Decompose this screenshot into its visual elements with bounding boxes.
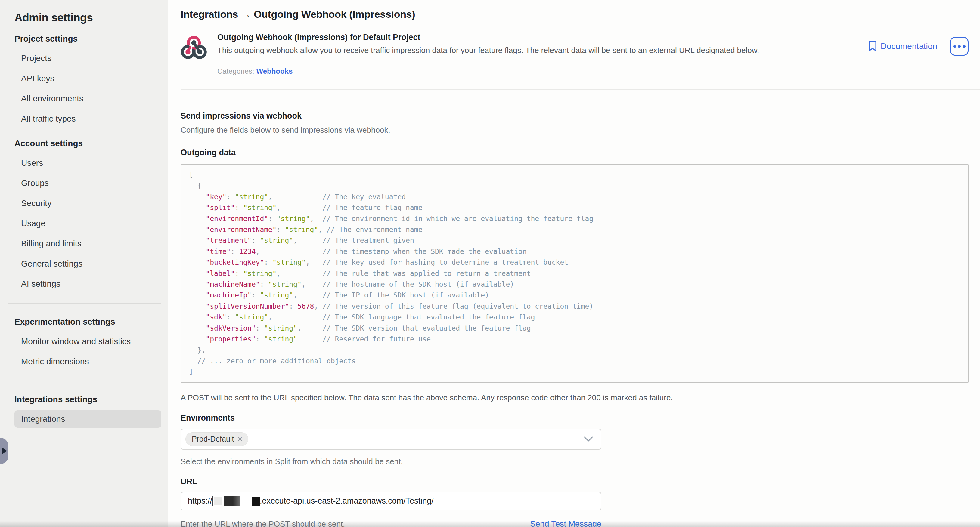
sidebar-header-account-settings: Account settings — [14, 134, 161, 153]
text-cursor — [213, 496, 213, 506]
url-help: Enter the URL where the POST should be s… — [181, 519, 345, 527]
more-actions-button[interactable] — [950, 37, 969, 56]
redaction-block — [224, 496, 240, 506]
url-input[interactable]: https:// .execute-api.us-east-2.amazonaw… — [181, 492, 601, 510]
sidebar-header-experimentation-settings: Experimentation settings — [14, 313, 161, 331]
sidebar-item-projects[interactable]: Projects — [14, 48, 161, 68]
sidebar-item-integrations[interactable]: Integrations — [14, 410, 161, 428]
send-test-message-link[interactable]: Send Test Message — [530, 519, 601, 527]
url-label: URL — [181, 477, 969, 486]
post-note: A POST will be sent to the URL specified… — [181, 393, 969, 402]
remove-tag-icon[interactable]: × — [237, 435, 242, 443]
sidebar-item-all-environments[interactable]: All environments — [14, 89, 161, 109]
bookmark-icon — [868, 41, 877, 52]
redaction-block — [252, 497, 260, 506]
sidebar-section-integrations-settings: Integrations settings Integrations — [14, 390, 161, 428]
chevron-down-icon — [584, 437, 593, 442]
divider — [181, 89, 980, 90]
sidebar-item-all-traffic-types[interactable]: All traffic types — [14, 109, 161, 129]
environment-tag-label: Prod-Default — [192, 435, 234, 443]
webhook-logo-icon — [181, 34, 207, 76]
url-suffix: .execute-api.us-east-2.amazonaws.com/Tes… — [260, 496, 434, 506]
sidebar-item-api-keys[interactable]: API keys — [14, 68, 161, 89]
sidebar-item-users[interactable]: Users — [14, 153, 161, 173]
outgoing-data-label: Outgoing data — [181, 148, 969, 157]
sidebar-section-experimentation-settings: Experimentation settings Monitor window … — [14, 313, 161, 371]
section-title: Send impressions via webhook — [181, 111, 969, 121]
sidebar-header-integrations-settings: Integrations settings — [14, 390, 161, 409]
sidebar-header-project-settings: Project settings — [14, 30, 161, 48]
url-prefix: https:// — [188, 496, 212, 506]
outgoing-data-schema-box: [ { "key": "string", // The key evaluate… — [181, 164, 969, 383]
integration-header-card: Outgoing Webhook (Impressions) for Defau… — [181, 33, 969, 76]
documentation-label: Documentation — [881, 41, 937, 51]
sidebar-item-monitor-window-and-statistics[interactable]: Monitor window and statistics — [14, 331, 161, 351]
environment-tag[interactable]: Prod-Default × — [185, 432, 248, 446]
sidebar-item-ai-settings[interactable]: AI settings — [14, 274, 161, 294]
sidebar-item-usage[interactable]: Usage — [14, 213, 161, 233]
page-title: Integrations → Outgoing Webhook (Impress… — [181, 8, 969, 20]
sidebar-item-billing-and-limits[interactable]: Billing and limits — [14, 233, 161, 254]
chevron-right-icon — [2, 448, 7, 454]
main-content: Integrations → Outgoing Webhook (Impress… — [168, 0, 980, 527]
category-webhooks-link[interactable]: Webhooks — [256, 67, 293, 75]
categories-row: Categories: Webhooks — [217, 67, 759, 76]
section-subtitle: Configure the fields below to send impre… — [181, 125, 969, 135]
environments-select[interactable]: Prod-Default × — [181, 429, 601, 450]
integration-title: Outgoing Webhook (Impressions) for Defau… — [217, 33, 759, 42]
admin-sidebar: Admin settings Project settings Projects… — [0, 0, 168, 527]
sidebar-collapse-handle[interactable] — [0, 438, 8, 464]
sidebar-title: Admin settings — [14, 11, 161, 24]
environments-label: Environments — [181, 413, 969, 422]
ellipsis-icon — [953, 45, 956, 48]
environments-help: Select the environments in Split from wh… — [181, 457, 969, 466]
categories-label: Categories: — [217, 67, 255, 75]
documentation-link[interactable]: Documentation — [868, 41, 937, 52]
sidebar-item-general-settings[interactable]: General settings — [14, 254, 161, 274]
sidebar-divider — [8, 303, 161, 303]
sidebar-item-metric-dimensions[interactable]: Metric dimensions — [14, 351, 161, 371]
redaction-block — [214, 497, 222, 505]
integration-description: This outgoing webhook allow you to recei… — [217, 46, 759, 55]
code-block: [ { "key": "string", // The key evaluate… — [189, 169, 960, 378]
sidebar-item-security[interactable]: Security — [14, 193, 161, 213]
sidebar-item-groups[interactable]: Groups — [14, 173, 161, 193]
sidebar-section-project-settings: Project settings Projects API keys All e… — [14, 30, 161, 129]
sidebar-section-account-settings: Account settings Users Groups Security U… — [14, 134, 161, 294]
sidebar-divider — [8, 381, 161, 381]
